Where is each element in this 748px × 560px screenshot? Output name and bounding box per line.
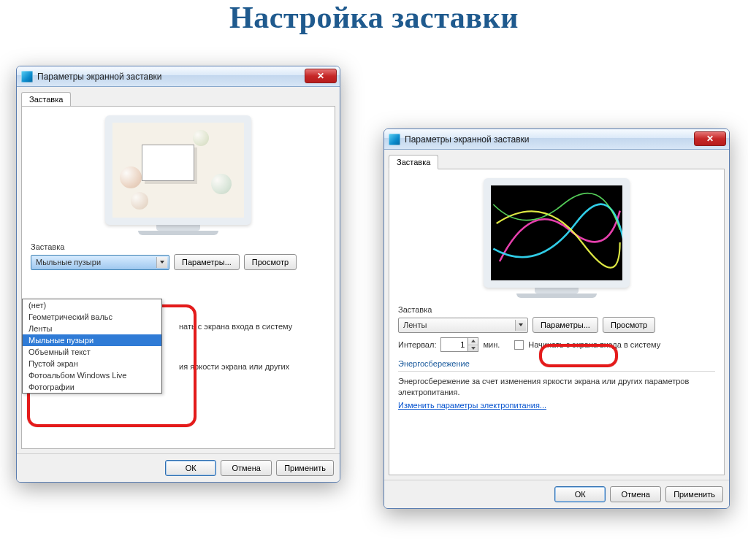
- cancel-button[interactable]: Отмена: [221, 460, 272, 476]
- chevron-up-icon[interactable]: [468, 338, 478, 345]
- screensaver-dialog-right: Параметры экранной заставки ✕ Заставка З…: [383, 129, 730, 509]
- power-settings-link[interactable]: Изменить параметры электропитания...: [398, 401, 546, 410]
- app-icon: [389, 134, 400, 145]
- energy-group-title: Энергосбережение: [398, 359, 715, 368]
- screensaver-dialog-left: Параметры экранной заставки ✕ Заставка З…: [16, 66, 340, 483]
- params-button[interactable]: Параметры...: [533, 317, 598, 333]
- interval-label: Интервал:: [398, 340, 436, 349]
- window-title: Параметры экранной заставки: [37, 72, 162, 82]
- dropdown-option[interactable]: Фотоальбом Windows Live: [23, 369, 161, 381]
- section-label: Заставка: [398, 305, 715, 314]
- start-on-login-checkbox[interactable]: [514, 340, 524, 350]
- screensaver-dropdown-list[interactable]: (нет)Геометрический вальсЛентыМыльные пу…: [22, 299, 162, 394]
- chevron-down-icon[interactable]: [468, 345, 478, 352]
- screensaver-combo[interactable]: Ленты: [398, 318, 528, 333]
- titlebar[interactable]: Параметры экранной заставки ✕: [384, 129, 729, 150]
- chevron-down-icon: [156, 257, 167, 268]
- ok-button[interactable]: ОК: [165, 460, 216, 476]
- energy-desc: Энергосбережение за счет изменения яркос…: [398, 376, 715, 398]
- apply-button[interactable]: Применить: [276, 460, 334, 476]
- dropdown-option[interactable]: Геометрический вальс: [23, 311, 161, 323]
- interval-unit: мин.: [483, 340, 500, 349]
- dropdown-option[interactable]: Объемный текст: [23, 346, 161, 358]
- tab-screensaver[interactable]: Заставка: [21, 92, 71, 107]
- ok-button[interactable]: ОК: [554, 486, 606, 502]
- close-button[interactable]: ✕: [694, 131, 726, 146]
- cancel-button[interactable]: Отмена: [610, 486, 661, 502]
- dropdown-option[interactable]: Ленты: [23, 323, 161, 334]
- slide-title: Настройка заставки: [0, 0, 748, 35]
- app-icon: [21, 71, 33, 83]
- brightness-fragment: ия яркости экрана или других: [179, 362, 289, 371]
- apply-button[interactable]: Применить: [665, 486, 723, 502]
- combo-value: Ленты: [403, 321, 427, 329]
- start-on-login-fragment: нать с экрана входа в систему: [179, 322, 292, 331]
- section-label: Заставка: [31, 242, 326, 251]
- preview-button[interactable]: Просмотр: [603, 317, 655, 333]
- interval-stepper[interactable]: [468, 337, 478, 352]
- titlebar[interactable]: Параметры экранной заставки ✕: [17, 66, 340, 87]
- params-button[interactable]: Параметры...: [174, 254, 240, 270]
- interval-input[interactable]: [440, 337, 468, 352]
- chevron-down-icon: [515, 320, 526, 331]
- preview-monitor: [398, 178, 715, 298]
- window-title: Параметры экранной заставки: [405, 134, 530, 145]
- screensaver-combo[interactable]: Мыльные пузыри: [31, 255, 169, 270]
- start-on-login-label: Начинать с экрана входа в систему: [528, 340, 660, 349]
- combo-value: Мыльные пузыри: [36, 258, 101, 266]
- tab-screensaver[interactable]: Заставка: [389, 155, 438, 169]
- dropdown-option[interactable]: Пустой экран: [23, 358, 161, 369]
- preview-monitor: [31, 115, 326, 235]
- dropdown-option[interactable]: (нет): [23, 299, 161, 311]
- close-button[interactable]: ✕: [305, 69, 337, 83]
- dropdown-option[interactable]: Мыльные пузыри: [23, 334, 161, 346]
- dropdown-option[interactable]: Фотографии: [23, 381, 161, 393]
- preview-button[interactable]: Просмотр: [244, 254, 297, 270]
